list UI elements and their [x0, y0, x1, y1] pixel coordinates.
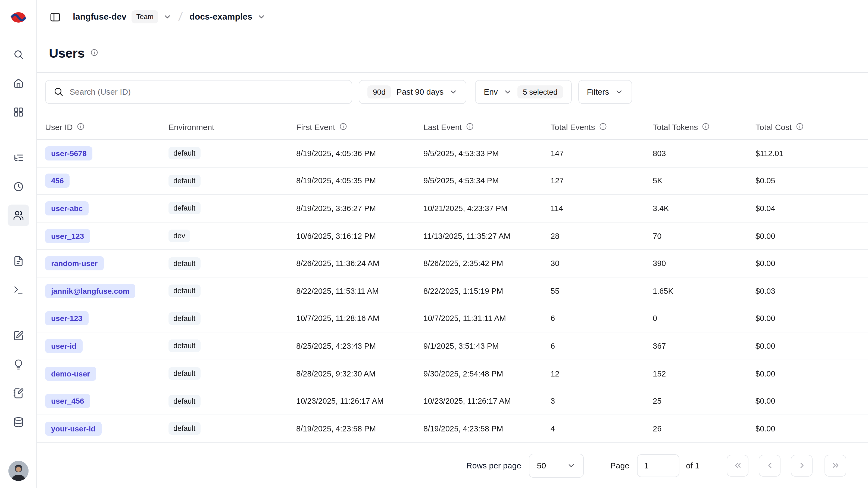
cell-last-event: 10/21/2025, 4:23:37 PM [424, 204, 551, 213]
user-id-badge[interactable]: your-user-id [45, 421, 101, 435]
date-range-label: Past 90 days [397, 87, 443, 96]
cell-total-events: 4 [551, 424, 653, 433]
cell-last-event: 9/1/2025, 3:51:43 PM [424, 342, 551, 350]
next-page-button[interactable] [791, 455, 812, 476]
cell-user-id: jannik@langfuse.com [45, 284, 168, 298]
cell-user-id: user-123 [45, 312, 168, 325]
column-header-user-id[interactable]: User ID [45, 122, 168, 132]
users-table: User ID Environment First Event Last Eve… [37, 115, 868, 488]
clock-icon [13, 181, 24, 192]
org-chevron-down-icon[interactable] [163, 12, 172, 21]
column-label: Last Event [424, 122, 462, 132]
table-row[interactable]: user-id default 8/25/2025, 4:23:43 PM 9/… [37, 333, 868, 360]
page-title-info-icon[interactable] [90, 48, 98, 58]
project-chevron-down-icon[interactable] [257, 12, 266, 21]
sidebar-toggle-button[interactable] [44, 6, 65, 27]
search-input[interactable] [45, 80, 352, 104]
user-id-badge[interactable]: user-123 [45, 312, 88, 325]
cell-first-event: 10/23/2025, 11:26:17 AM [296, 397, 424, 405]
date-shortcut-badge: 90d [367, 85, 391, 98]
table-row[interactable]: jannik@langfuse.com default 8/22/2025, 1… [37, 278, 868, 305]
project-name[interactable]: docs-examples [189, 12, 252, 22]
user-id-badge[interactable]: user_123 [45, 229, 90, 243]
sidebar-item-insights[interactable] [7, 354, 29, 375]
previous-page-button[interactable] [759, 455, 780, 476]
sidebar-item-dashboards[interactable] [7, 101, 29, 123]
chevron-down-icon [567, 461, 576, 470]
environment-badge: default [168, 202, 200, 214]
column-header-total-cost[interactable]: Total Cost [755, 122, 868, 132]
table-row[interactable]: user-5678 default 8/19/2025, 4:05:36 PM … [37, 140, 868, 167]
environment-badge: default [168, 395, 200, 407]
sidebar-item-evaluation[interactable] [7, 325, 29, 347]
cell-total-tokens: 0 [653, 314, 755, 323]
filters-button[interactable]: Filters [578, 80, 632, 104]
column-label: Total Cost [755, 122, 792, 132]
page-of-label: of 1 [686, 461, 700, 470]
table-row[interactable]: user_123 dev 10/6/2025, 3:16:12 PM 11/13… [37, 223, 868, 250]
cell-last-event: 8/26/2025, 2:35:42 PM [424, 259, 551, 268]
column-header-environment[interactable]: Environment [168, 122, 296, 132]
user-id-badge[interactable]: random-user [45, 256, 103, 270]
page-label: Page [610, 461, 629, 470]
first-page-button[interactable] [727, 455, 748, 476]
rows-per-page-select[interactable]: 50 [529, 454, 584, 478]
date-range-button[interactable]: 90d Past 90 days [359, 80, 466, 104]
info-icon[interactable] [76, 122, 85, 132]
info-icon[interactable] [796, 122, 804, 132]
info-icon[interactable] [466, 122, 474, 132]
sidebar-item-annotation[interactable] [7, 382, 29, 404]
environment-badge: dev [168, 230, 190, 242]
environment-badge: default [168, 257, 200, 269]
column-header-total-events[interactable]: Total Events [551, 122, 653, 132]
cell-environment: default [168, 395, 296, 407]
org-name[interactable]: langfuse-dev [73, 12, 126, 22]
sidebar-item-home[interactable] [7, 73, 29, 94]
user-id-badge[interactable]: jannik@langfuse.com [45, 284, 135, 298]
sidebar-item-users[interactable] [7, 205, 29, 226]
search-box [45, 80, 352, 104]
environment-filter-button[interactable]: Env 5 selected [475, 80, 571, 104]
user-avatar[interactable] [8, 461, 28, 481]
user-id-badge[interactable]: demo-user [45, 366, 96, 380]
table-row[interactable]: demo-user default 8/28/2025, 9:32:30 AM … [37, 360, 868, 387]
blocks-grid-icon [13, 107, 24, 117]
column-header-last-event[interactable]: Last Event [424, 122, 551, 132]
info-icon[interactable] [339, 122, 347, 132]
info-icon[interactable] [599, 122, 607, 132]
search-icon [13, 49, 24, 60]
table-row[interactable]: random-user default 8/26/2025, 11:36:24 … [37, 250, 868, 278]
column-header-first-event[interactable]: First Event [296, 122, 424, 132]
table-row[interactable]: user-abc default 8/19/2025, 3:36:27 PM 1… [37, 195, 868, 222]
user-id-badge[interactable]: user_456 [45, 394, 90, 408]
sidebar-item-prompts[interactable] [7, 250, 29, 272]
column-header-total-tokens[interactable]: Total Tokens [653, 122, 755, 132]
user-id-badge[interactable]: user-5678 [45, 146, 93, 161]
sidebar-item-tracing[interactable] [7, 147, 29, 169]
sidebar-item-sessions[interactable] [7, 176, 29, 198]
user-id-badge[interactable]: user-abc [45, 201, 89, 216]
chevrons-right-icon [831, 461, 840, 470]
square-pen-icon [13, 330, 24, 341]
table-row[interactable]: user-123 default 10/7/2025, 11:28:16 AM … [37, 305, 868, 333]
table-header-row: User ID Environment First Event Last Eve… [37, 115, 868, 140]
cell-last-event: 8/19/2025, 4:23:58 PM [424, 424, 551, 433]
sidebar-item-datasets[interactable] [7, 411, 29, 433]
sidebar-item-playground[interactable] [7, 279, 29, 301]
sidebar-item-search[interactable] [7, 44, 29, 65]
page-number-input[interactable] [637, 454, 679, 477]
table-row[interactable]: user_456 default 10/23/2025, 11:26:17 AM… [37, 387, 868, 415]
table-row[interactable]: 456 default 8/19/2025, 4:05:35 PM 9/5/20… [37, 167, 868, 195]
page-title: Users [49, 46, 85, 61]
table-row[interactable]: your-user-id default 8/19/2025, 4:23:58 … [37, 415, 868, 442]
cell-total-tokens: 152 [653, 369, 755, 378]
info-icon[interactable] [702, 122, 710, 132]
cell-total-cost: $0.00 [755, 397, 868, 405]
cell-total-cost: $0.00 [755, 314, 868, 323]
cell-environment: default [168, 147, 296, 160]
cell-first-event: 8/26/2025, 11:36:24 AM [296, 259, 424, 268]
last-page-button[interactable] [825, 455, 846, 476]
langfuse-logo[interactable] [0, 0, 36, 34]
user-id-badge[interactable]: 456 [45, 174, 70, 188]
user-id-badge[interactable]: user-id [45, 339, 82, 353]
